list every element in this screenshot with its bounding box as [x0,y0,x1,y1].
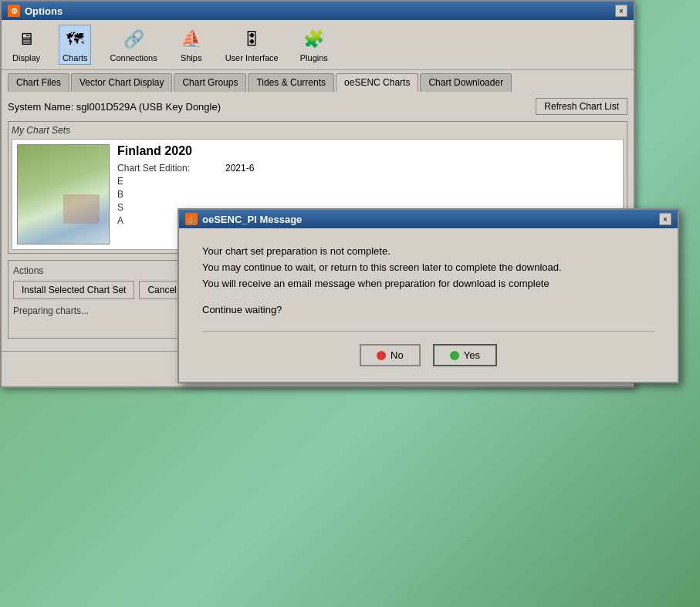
chart-edition-value: 2021-6 [225,163,254,174]
display-icon: 🖥 [14,27,39,52]
toolbar-label-user-interface: User Interface [225,53,279,62]
dialog-yes-button[interactable]: Yes [433,344,497,366]
dialog-no-label: No [391,349,404,361]
charts-icon: 🗺 [63,27,87,52]
dialog-window-icon: ⚓ [185,213,198,225]
toolbar-label-plugins: Plugins [300,53,328,62]
chart-extra-row-b: B [117,189,618,200]
oesenc-pi-message-dialog: ⚓ oeSENC_PI Message × Your chart set pre… [178,208,679,383]
tab-chart-files[interactable]: Chart Files [8,73,69,92]
ships-icon: ⛵ [179,27,204,52]
dialog-message: Your chart set preparation is not comple… [202,244,654,292]
chart-edition-label: Chart Set Edition: [117,163,210,174]
system-name-label: System Name: sgl001D529A (USB Key Dongle… [8,101,221,113]
yes-green-circle-icon [450,351,459,360]
toolbar-item-user-interface[interactable]: 🎛 User Interface [222,25,282,64]
dialog-titlebar-left: ⚓ oeSENC_PI Message [185,213,302,225]
toolbar-item-plugins[interactable]: 🧩 Plugins [297,25,331,64]
chart-edition-row: Chart Set Edition: 2021-6 [117,163,618,174]
toolbar-item-display[interactable]: 🖥 Display [9,25,43,64]
connections-icon: 🔗 [121,27,146,52]
tab-oesenc-charts[interactable]: oeSENC Charts [336,73,418,92]
dialog-question: Continue waiting? [202,304,654,315]
chart-row-e-label: E [117,176,210,187]
chart-set-name: Finland 2020 [117,144,618,158]
user-interface-icon: 🎛 [239,27,264,52]
dialog-title: oeSENC_PI Message [202,214,302,225]
dialog-close-button[interactable]: × [659,213,671,225]
tab-chart-groups[interactable]: Chart Groups [174,73,246,92]
my-chart-sets-label: My Chart Sets [12,125,624,136]
toolbar-item-ships[interactable]: ⛵ Ships [176,25,207,64]
dialog-buttons: No Yes [202,344,654,366]
toolbar-label-display: Display [12,53,40,62]
refresh-chart-list-button[interactable]: Refresh Chart List [536,98,627,115]
dialog-titlebar: ⚓ oeSENC_PI Message × [179,210,678,228]
tab-chart-downloader[interactable]: Chart Downloader [420,73,512,92]
chart-row-b-label: B [117,189,210,200]
tab-tides-currents[interactable]: Tides & Currents [248,73,334,92]
chart-thumbnail [17,144,110,244]
window-close-button[interactable]: × [615,5,627,17]
dialog-yes-label: Yes [464,349,480,361]
tab-vector-chart-display[interactable]: Vector Chart Display [71,73,172,92]
dialog-content: Your chart set preparation is not comple… [179,228,678,382]
window-titlebar: ⚙ Options × [2,2,634,20]
system-name-row: System Name: sgl001D529A (USB Key Dongle… [8,98,627,115]
toolbar-item-connections[interactable]: 🔗 Connections [107,25,160,64]
toolbar-label-connections: Connections [110,53,157,62]
dialog-no-button[interactable]: No [360,344,421,366]
tab-bar: Chart Files Vector Chart Display Chart G… [2,70,634,92]
install-selected-chart-set-button[interactable]: Install Selected Chart Set [13,281,134,299]
plugins-icon: 🧩 [302,27,326,52]
toolbar-label-charts: Charts [63,53,87,62]
titlebar-left: ⚙ Options [8,5,63,17]
chart-extra-row-e: E [117,176,618,187]
dialog-divider [202,331,654,332]
toolbar: 🖥 Display 🗺 Charts 🔗 Connections ⛵ Ships… [2,20,634,70]
dialog-message-line1: Your chart set preparation is not comple… [202,244,654,260]
no-red-circle-icon [377,351,386,360]
toolbar-label-ships: Ships [181,53,202,62]
window-title: Options [25,5,63,17]
toolbar-item-charts[interactable]: 🗺 Charts [59,25,91,65]
dialog-message-line3: You will receive an email message when p… [202,276,654,292]
dialog-message-line2: You may continue to wait, or return to t… [202,260,654,276]
options-window-icon: ⚙ [8,5,20,17]
